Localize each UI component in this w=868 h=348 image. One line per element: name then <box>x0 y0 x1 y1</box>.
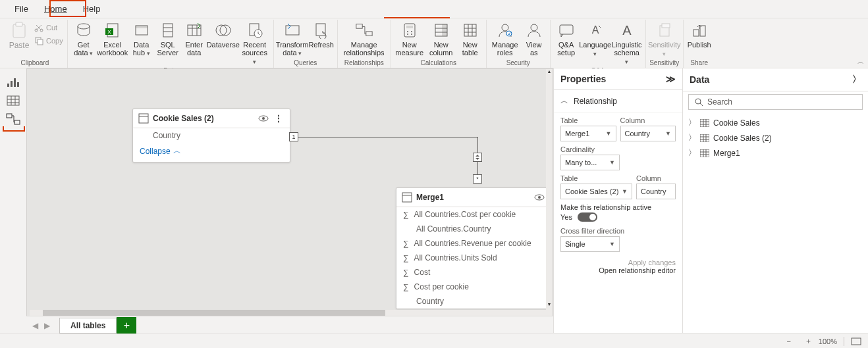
form-label: Cross filter direction <box>560 227 676 235</box>
column1-dropdown[interactable]: Country▼ <box>620 126 676 141</box>
new-measure-button[interactable]: New measure <box>394 20 425 57</box>
data-hub-button[interactable]: Data hub <box>128 20 155 57</box>
language-button[interactable]: A Language <box>580 20 611 58</box>
model-canvas[interactable]: Cookie Sales (2) ⋮ Country Collapse ︿ 1 … <box>26 68 553 318</box>
expand-panel-icon[interactable]: 〉 <box>852 74 861 86</box>
data-tree-node[interactable]: 〉 Merge1 <box>688 145 863 161</box>
properties-section-header[interactable]: ︿ Relationship <box>554 90 682 112</box>
form-label: Cardinality <box>560 145 676 153</box>
svg-rect-78 <box>700 134 709 142</box>
ribbon-group-data: Get data X Excel workbook Data hub SQL S… <box>68 20 274 68</box>
copy-button[interactable]: Copy <box>34 34 63 47</box>
svg-rect-56 <box>7 96 19 105</box>
view-as-button[interactable]: View as <box>521 20 547 57</box>
data-tree-node[interactable]: 〉 Cookie Sales <box>688 115 863 130</box>
active-toggle[interactable] <box>578 212 597 222</box>
zoom-in-button[interactable]: ＋ <box>805 336 812 346</box>
svg-point-43 <box>506 31 512 36</box>
ribbon-group-label: Clipboard <box>20 58 49 68</box>
relationship-one-badge: 1 <box>289 132 298 141</box>
menu-file[interactable]: File <box>7 1 36 16</box>
relationship-filter-badge[interactable] <box>473 153 482 162</box>
canvas-v-scrollbar[interactable]: ▲ ▼ <box>546 69 553 318</box>
tab-all-tables[interactable]: All tables <box>59 318 117 334</box>
svg-rect-53 <box>11 81 13 87</box>
dataverse-button[interactable]: Dataverse <box>207 20 239 49</box>
eye-icon[interactable] <box>534 193 545 201</box>
ribbon-group-label: Calculations <box>420 58 456 68</box>
collapse-link[interactable]: Collapse ︿ <box>133 143 290 162</box>
enter-data-button[interactable]: Enter data <box>181 20 207 57</box>
excel-workbook-button[interactable]: X Excel workbook <box>97 20 128 57</box>
model-field[interactable]: ∑All Countries.Cost per cookie <box>396 207 550 222</box>
svg-rect-11 <box>136 26 148 28</box>
publish-button[interactable]: Publish <box>686 20 713 49</box>
model-field[interactable]: Country <box>396 294 550 309</box>
search-input[interactable]: Search <box>688 94 863 110</box>
more-options-icon[interactable]: ⋮ <box>273 114 285 123</box>
model-field[interactable]: ∑Cost per cookie <box>396 280 550 294</box>
transform-data-button[interactable]: Transform data <box>277 20 308 57</box>
svg-rect-61 <box>7 114 12 118</box>
refresh-button[interactable]: Refresh <box>308 20 335 49</box>
ribbon-collapse-icon[interactable]: ︿ <box>857 57 864 66</box>
data-tree-node[interactable]: 〉 Cookie Sales (2) <box>688 130 863 145</box>
svg-point-32 <box>411 34 412 35</box>
paste-button[interactable]: Paste <box>5 20 33 50</box>
new-column-button[interactable]: New column <box>425 20 457 57</box>
get-data-button[interactable]: Get data <box>70 20 97 57</box>
ribbon-group-label: Sensitivity <box>649 58 679 68</box>
table2-dropdown[interactable]: Cookie Sales (2)▼ <box>560 184 632 199</box>
manage-roles-button[interactable]: Manage roles <box>489 20 521 57</box>
manage-relationships-button[interactable]: Manage relationships <box>340 20 388 57</box>
qa-setup-button[interactable]: Q&A setup <box>553 20 580 57</box>
model-field[interactable]: Country <box>133 128 290 143</box>
ribbon-group-relationships: Manage relationships Relationships <box>338 20 391 68</box>
model-field[interactable]: ∑All Countries.Revenue per cookie <box>396 236 550 251</box>
ribbon: Paste Cut Copy Clipboard Get data <box>0 18 868 68</box>
new-table-button[interactable]: New table <box>457 20 483 57</box>
report-view-button[interactable] <box>4 75 22 89</box>
svg-rect-54 <box>14 78 16 87</box>
sigma-icon: ∑ <box>403 239 409 248</box>
model-field[interactable]: All Countries.Country <box>396 222 550 236</box>
zoom-out-button[interactable]: − <box>786 337 790 345</box>
model-table-cookie-sales-2[interactable]: Cookie Sales (2) ⋮ Country Collapse ︿ <box>132 109 290 162</box>
svg-rect-12 <box>163 24 173 37</box>
recent-sources-button[interactable]: Recent sources <box>239 20 271 66</box>
svg-rect-50 <box>693 30 699 36</box>
add-tab-button[interactable]: + <box>117 317 136 334</box>
model-view-button[interactable] <box>4 112 22 126</box>
chevron-right-icon: 〉 <box>688 117 696 128</box>
fit-to-page-button[interactable] <box>851 337 861 345</box>
svg-rect-49 <box>662 24 670 28</box>
sql-server-button[interactable]: SQL Server <box>155 20 181 57</box>
search-icon <box>694 97 703 107</box>
relationship-line[interactable] <box>298 137 477 137</box>
svg-rect-67 <box>402 193 412 202</box>
collapse-panel-icon[interactable]: ≫ <box>666 74 676 84</box>
data-view-button[interactable] <box>4 93 22 108</box>
column2-dropdown[interactable]: Country <box>636 184 676 199</box>
tab-prev-button[interactable]: ◀ <box>29 320 41 332</box>
model-table-title: Merge1 <box>416 193 444 202</box>
ribbon-group-label: Security <box>506 58 530 68</box>
cardinality-dropdown[interactable]: Many to...▼ <box>560 155 620 170</box>
properties-panel: Properties ≫ ︿ Relationship Table Merge1… <box>553 68 682 333</box>
model-field[interactable]: ∑Cost <box>396 265 550 280</box>
model-table-merge1[interactable]: Merge1 ∑All Countries.Cost per cookie Al… <box>396 187 551 309</box>
open-relationship-editor-link[interactable]: Open relationship editor <box>560 266 676 274</box>
eye-icon[interactable] <box>258 114 269 122</box>
table-icon <box>402 192 412 203</box>
tab-next-button[interactable]: ▶ <box>41 320 53 332</box>
cut-button[interactable]: Cut <box>34 21 63 34</box>
cross-filter-dropdown[interactable]: Single▼ <box>560 236 620 252</box>
panel-title: Properties <box>560 74 606 84</box>
table1-dropdown[interactable]: Merge1▼ <box>560 126 616 141</box>
svg-rect-24 <box>316 24 325 36</box>
svg-point-29 <box>407 31 408 32</box>
svg-point-71 <box>695 99 701 104</box>
linguistic-schema-button[interactable]: A Linguistic schema <box>611 20 643 66</box>
form-label: Column <box>636 174 676 182</box>
model-field[interactable]: ∑All Countries.Units Sold <box>396 251 550 265</box>
